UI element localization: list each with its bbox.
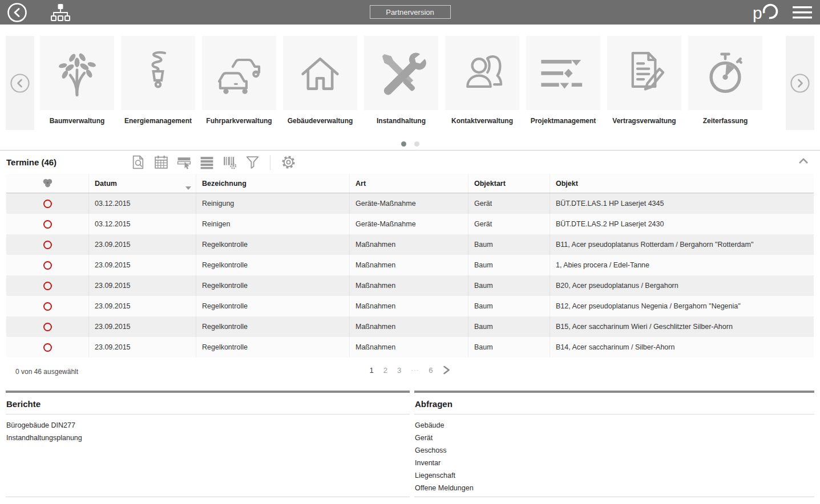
module-carousel: Baumverwaltung Energiemanagement bbox=[0, 25, 820, 130]
abfragen-item-offene-meldungen[interactable]: Offene Meldungen bbox=[414, 482, 814, 494]
status-circle[interactable] bbox=[43, 323, 52, 331]
cell-art: Maßnahmen bbox=[350, 255, 468, 275]
cell-datum: 23.09.2015 bbox=[89, 234, 196, 255]
termine-table: Datum Bezeichnung Art Objektart Objekt 0… bbox=[6, 174, 814, 357]
carousel-prev-button[interactable] bbox=[6, 36, 34, 130]
module-label: Baumverwaltung bbox=[40, 117, 114, 125]
termine-toolbar bbox=[131, 154, 297, 170]
page-1[interactable]: 1 bbox=[370, 366, 374, 375]
sort-descending-icon bbox=[185, 186, 191, 190]
chevron-right-icon bbox=[790, 73, 810, 94]
settings-gear-icon[interactable] bbox=[280, 154, 297, 170]
abfragen-item-gebaeude[interactable]: Gebäude bbox=[414, 419, 814, 432]
module-tile-instandhaltung[interactable]: Instandhaltung bbox=[364, 36, 438, 125]
module-tile-energiemanagement[interactable]: Energiemanagement bbox=[121, 36, 195, 125]
module-label: Instandhaltung bbox=[364, 117, 438, 125]
carousel-next-button[interactable] bbox=[786, 36, 814, 130]
abfragen-list: Gebäude Gerät Geschoss Inventar Liegensc… bbox=[414, 414, 814, 494]
carousel-dot-2[interactable] bbox=[414, 141, 419, 147]
cell-datum: 03.12.2015 bbox=[89, 193, 196, 214]
column-header-art[interactable]: Art bbox=[350, 174, 468, 193]
toolbar-divider bbox=[270, 155, 270, 170]
berichte-panel: Berichte Bürogebäude DIN277 Instandhaltu… bbox=[6, 391, 410, 497]
cell-objektart: Baum bbox=[468, 316, 550, 337]
module-tile-baumverwaltung[interactable]: Baumverwaltung bbox=[40, 36, 114, 125]
hamburger-menu-icon[interactable] bbox=[793, 5, 812, 20]
cell-datum: 23.09.2015 bbox=[89, 275, 196, 296]
status-column-header[interactable] bbox=[6, 174, 89, 193]
status-circle[interactable] bbox=[43, 302, 52, 311]
table-body: 03.12.2015 Reinigung Geräte-Maßnahme Ger… bbox=[6, 193, 814, 357]
report-preview-icon[interactable] bbox=[131, 155, 146, 170]
cell-objekt: B20, Acer pseudoplatanus / Bergahorn bbox=[550, 275, 814, 296]
status-circle[interactable] bbox=[43, 282, 52, 290]
cell-objektart: Baum bbox=[468, 234, 550, 255]
module-label: Zeiterfassung bbox=[688, 117, 762, 125]
abfragen-item-liegenschaft[interactable]: Liegenschaft bbox=[414, 469, 814, 482]
abfragen-panel: Abfragen Gebäude Gerät Geschoss Inventar… bbox=[414, 391, 814, 497]
column-header-objekt[interactable]: Objekt bbox=[550, 174, 814, 193]
abfragen-item-geschoss[interactable]: Geschoss bbox=[414, 444, 814, 457]
status-circle[interactable] bbox=[43, 261, 52, 270]
table-row[interactable]: 03.12.2015 Reinigen Geräte-Maßnahme Gerä… bbox=[6, 214, 814, 234]
cell-datum: 23.09.2015 bbox=[89, 316, 196, 337]
module-tile-projektmanagement[interactable]: Projektmanagement bbox=[526, 36, 600, 125]
partner-version-button[interactable]: Partnerversion bbox=[370, 5, 451, 19]
page-6[interactable]: 6 bbox=[429, 366, 433, 375]
list-view-icon[interactable] bbox=[199, 155, 215, 170]
carousel-dot-1[interactable] bbox=[401, 141, 406, 147]
next-page-chevron-icon[interactable] bbox=[442, 365, 450, 375]
table-row[interactable]: 23.09.2015 Regelkontrolle Maßnahmen Baum… bbox=[6, 296, 814, 316]
abfragen-item-inventar[interactable]: Inventar bbox=[414, 457, 814, 469]
status-circle[interactable] bbox=[43, 220, 52, 229]
collapse-panel-chevron-icon[interactable] bbox=[798, 157, 809, 164]
cell-bezeichnung: Regelkontrolle bbox=[196, 275, 350, 296]
module-label: Energiemanagement bbox=[121, 117, 195, 125]
house-icon bbox=[283, 36, 357, 110]
filter-icon[interactable] bbox=[245, 155, 260, 170]
sitemap-icon[interactable] bbox=[50, 3, 71, 22]
module-tile-gebaeudeverwaltung[interactable]: Gebäudeverwaltung bbox=[283, 36, 357, 125]
berichte-item-buerogebaeude[interactable]: Bürogebäude DIN277 bbox=[6, 419, 410, 432]
table-row[interactable]: 23.09.2015 Regelkontrolle Maßnahmen Baum… bbox=[6, 234, 814, 255]
module-tile-fuhrparkverwaltung[interactable]: Fuhrparkverwaltung bbox=[202, 36, 276, 125]
cell-bezeichnung: Regelkontrolle bbox=[196, 337, 350, 357]
cell-objekt: B14, Acer saccharinum / Silber-Ahorn bbox=[550, 337, 814, 357]
table-row[interactable]: 23.09.2015 Regelkontrolle Maßnahmen Baum… bbox=[6, 275, 814, 296]
cell-objektart: Gerät bbox=[468, 214, 550, 234]
table-row[interactable]: 23.09.2015 Regelkontrolle Maßnahmen Baum… bbox=[6, 316, 814, 337]
table-row[interactable]: 23.09.2015 Regelkontrolle Maßnahmen Baum… bbox=[6, 255, 814, 275]
table-row[interactable]: 23.09.2015 Regelkontrolle Maßnahmen Baum… bbox=[6, 337, 814, 357]
tree-icon bbox=[40, 36, 114, 110]
status-circle[interactable] bbox=[43, 343, 52, 352]
panel-title: Termine (46) bbox=[6, 157, 56, 167]
calendar-icon[interactable] bbox=[154, 155, 169, 170]
page-3[interactable]: 3 bbox=[397, 366, 401, 375]
cell-objektart: Baum bbox=[468, 337, 550, 357]
cars-icon bbox=[202, 36, 276, 110]
status-circle[interactable] bbox=[43, 200, 52, 208]
table-row[interactable]: 03.12.2015 Reinigung Geräte-Maßnahme Ger… bbox=[6, 193, 814, 214]
bottom-panels: Berichte Bürogebäude DIN277 Instandhaltu… bbox=[6, 391, 814, 497]
pagination: 1 2 3 ··· 6 bbox=[370, 365, 451, 375]
cell-datum: 23.09.2015 bbox=[89, 255, 196, 275]
module-label: Fuhrparkverwaltung bbox=[202, 117, 276, 125]
row-select-icon[interactable] bbox=[176, 155, 192, 170]
abfragen-item-geraet[interactable]: Gerät bbox=[414, 432, 814, 444]
module-label: Kontaktverwaltung bbox=[445, 117, 519, 125]
chevron-left-icon bbox=[10, 73, 30, 94]
berichte-item-instandhaltungsplanung[interactable]: Instandhaltungsplanung bbox=[6, 432, 410, 444]
page-2[interactable]: 2 bbox=[383, 366, 387, 375]
cell-objekt: 1, Abies procera / Edel-Tanne bbox=[550, 255, 814, 275]
column-header-bezeichnung[interactable]: Bezeichnung bbox=[196, 174, 350, 193]
column-header-datum[interactable]: Datum bbox=[89, 174, 196, 193]
column-header-objektart[interactable]: Objektart bbox=[468, 174, 550, 193]
barcode-settings-icon[interactable] bbox=[222, 155, 237, 170]
module-tile-vertragsverwaltung[interactable]: Vertragsverwaltung bbox=[607, 36, 681, 125]
cell-objekt: B15, Acer saccharinum Wieri / Geschlitzt… bbox=[550, 316, 814, 337]
back-button[interactable] bbox=[7, 2, 27, 23]
module-tile-zeiterfassung[interactable]: Zeiterfassung bbox=[688, 36, 762, 125]
status-circle[interactable] bbox=[43, 241, 52, 249]
sliders-icon bbox=[526, 36, 600, 110]
module-tile-kontaktverwaltung[interactable]: Kontaktverwaltung bbox=[445, 36, 519, 125]
